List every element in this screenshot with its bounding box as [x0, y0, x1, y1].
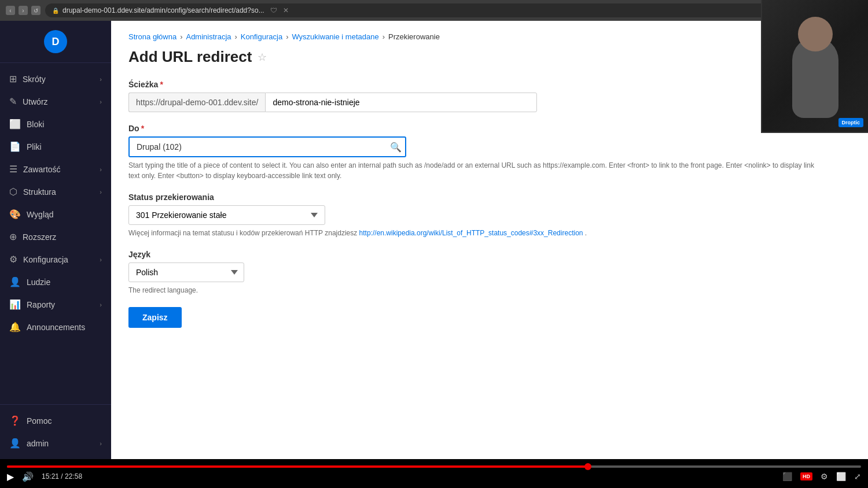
- sidebar-label-konfiguracja: Konfiguracja: [23, 255, 68, 264]
- breadcrumb-wyszukiwanie[interactable]: Wyszukiwanie i metadane: [292, 32, 378, 41]
- sidebar-label-skroty: Skróty: [23, 75, 46, 84]
- chevron-icon-raporty: ›: [100, 301, 102, 308]
- close-tab-icon[interactable]: ✕: [283, 6, 289, 14]
- announcements-icon: 🔔: [9, 321, 21, 332]
- sidebar-label-pomoc: Pomoc: [27, 416, 52, 426]
- zawartosc-icon: ☰: [9, 164, 17, 175]
- utworz-icon: ✎: [9, 96, 17, 107]
- sidebar-nav: ⊞ Skróty › ✎ Utwórz › ⬜ Bloki: [0, 63, 111, 404]
- breadcrumb-sep-1: ›: [180, 32, 182, 41]
- progress-filled: [7, 465, 588, 468]
- sidebar-label-bloki: Bloki: [27, 120, 44, 129]
- sidebar-item-pliki[interactable]: 📄 Pliki: [0, 135, 111, 158]
- progress-bar[interactable]: [7, 465, 861, 468]
- progress-dot: [584, 463, 591, 470]
- sidebar-item-announcements[interactable]: 🔔 Announcements: [0, 316, 111, 338]
- sidebar-item-rozszerz[interactable]: ⊕ Rozszerz: [0, 225, 111, 248]
- pomoc-icon: ❓: [9, 415, 21, 426]
- status-select-wrap: 301 Przekierowanie stałe 302 Przekierowa…: [128, 205, 325, 225]
- status-group: Status przekierowania 301 Przekierowanie…: [128, 193, 851, 238]
- jezyk-group: Język Polish English Language neutral Th…: [128, 250, 851, 295]
- breadcrumb-sep-4: ›: [382, 32, 385, 41]
- chevron-icon-skroty: ›: [100, 76, 102, 83]
- fullscreen-icon[interactable]: ⤢: [854, 472, 861, 481]
- lang-select-wrap: Polish English Language neutral: [128, 263, 244, 282]
- video-bar: ▶ 🔊 15:21 / 22:58 ⬛ HD ⚙ ⬜ ⤢: [0, 459, 868, 488]
- sidebar-label-admin: admin: [27, 439, 49, 448]
- do-search-button[interactable]: 🔍: [390, 142, 402, 153]
- sidebar-item-zawartosc[interactable]: ☰ Zawartość ›: [0, 158, 111, 180]
- breadcrumb-administracja[interactable]: Administracja: [186, 32, 231, 41]
- sidebar-item-ludzie[interactable]: 👤 Ludzie: [0, 271, 111, 293]
- breadcrumb-konfiguracja[interactable]: Konfiguracja: [241, 32, 282, 41]
- sidebar: D ⊞ Skróty › ✎ Utwórz › ⬜ Bloki: [0, 21, 111, 459]
- browser-bar: ‹ › ↺ 🔒 drupal-demo-001.ddev.site/admin/…: [0, 0, 868, 21]
- raporty-icon: 📊: [9, 299, 21, 310]
- subtitles-icon[interactable]: ⬛: [782, 472, 792, 481]
- sidebar-item-konfiguracja[interactable]: ⚙ Konfiguracja ›: [0, 248, 111, 271]
- video-time: 15:21 / 22:58: [42, 472, 82, 480]
- sidebar-bottom: ❓ Pomoc 👤 admin ›: [0, 404, 111, 459]
- sidebar-label-zawartosc: Zawartość: [23, 165, 61, 174]
- chevron-icon-struktura: ›: [100, 188, 102, 195]
- ludzie-icon: 👤: [9, 276, 21, 287]
- volume-button[interactable]: 🔊: [22, 471, 34, 482]
- breadcrumb-sep-3: ›: [286, 32, 288, 41]
- sidebar-item-utworz[interactable]: ✎ Utwórz ›: [0, 90, 111, 113]
- sidebar-label-announcements: Announcements: [27, 323, 85, 332]
- jezyk-help-text: The redirect language.: [128, 285, 823, 295]
- save-button[interactable]: Zapisz: [128, 307, 182, 328]
- status-help-prefix: Więcej informacji na temat statusu i kod…: [128, 229, 359, 237]
- sidebar-label-ludzie: Ludzie: [27, 278, 50, 287]
- breadcrumb-home[interactable]: Strona główna: [128, 32, 176, 41]
- sidebar-label-rozszerz: Rozszerz: [23, 232, 56, 242]
- rozszerz-icon: ⊕: [9, 231, 17, 242]
- video-controls: ▶ 🔊 15:21 / 22:58 ⬛ HD ⚙ ⬜ ⤢: [7, 471, 861, 482]
- shield-icon: 🛡: [270, 6, 277, 14]
- status-select[interactable]: 301 Przekierowanie stałe 302 Przekierowa…: [128, 205, 325, 225]
- browser-controls: ‹ › ↺: [6, 6, 41, 15]
- browser-back[interactable]: ‹: [6, 6, 15, 15]
- droptic-logo: Droptic: [838, 118, 864, 127]
- browser-refresh[interactable]: ↺: [31, 6, 41, 15]
- sidebar-item-pomoc[interactable]: ❓ Pomoc: [0, 409, 111, 432]
- jezyk-label: Język: [128, 250, 851, 259]
- sidebar-logo: D: [0, 21, 111, 63]
- sidebar-item-bloki[interactable]: ⬜ Bloki: [0, 113, 111, 135]
- breadcrumb-current: Przekierowanie: [388, 32, 440, 41]
- sidebar-label-raporty: Raporty: [27, 300, 55, 309]
- sidebar-label-pliki: Pliki: [27, 142, 42, 151]
- sidebar-item-wyglad[interactable]: 🎨 Wygląd: [0, 203, 111, 225]
- bloki-icon: ⬜: [9, 119, 21, 130]
- sidebar-item-skroty[interactable]: ⊞ Skróty ›: [0, 68, 111, 90]
- page-title: Add URL redirect: [128, 48, 252, 66]
- sidebar-item-admin[interactable]: 👤 admin ›: [0, 432, 111, 454]
- konfiguracja-icon: ⚙: [9, 254, 17, 265]
- status-help-link[interactable]: http://en.wikipedia.org/wiki/List_of_HTT…: [359, 229, 585, 237]
- chevron-icon-utworz: ›: [100, 98, 102, 105]
- struktura-icon: ⬡: [9, 186, 17, 197]
- do-input[interactable]: [128, 136, 406, 157]
- logo-circle[interactable]: D: [44, 30, 67, 53]
- skroty-icon: ⊞: [9, 73, 17, 84]
- favorite-star-icon[interactable]: ☆: [258, 51, 267, 64]
- theater-mode-icon[interactable]: ⬜: [836, 472, 846, 481]
- presenter-camera: Droptic: [761, 0, 868, 133]
- address-bar[interactable]: 🔒 drupal-demo-001.ddev.site/admin/config…: [45, 3, 790, 17]
- settings-icon[interactable]: ⚙: [821, 472, 828, 481]
- sidebar-item-struktura[interactable]: ⬡ Struktura ›: [0, 180, 111, 203]
- lang-select[interactable]: Polish English Language neutral: [128, 263, 244, 282]
- sidebar-item-raporty[interactable]: 📊 Raporty ›: [0, 293, 111, 316]
- do-required: *: [141, 124, 144, 133]
- play-button[interactable]: ▶: [7, 471, 14, 482]
- path-row: https://drupal-demo-001.ddev.site/: [128, 93, 851, 112]
- status-label: Status przekierowania: [128, 193, 851, 202]
- url-text: drupal-demo-001.ddev.site/admin/config/s…: [62, 6, 264, 14]
- status-help-text: Więcej informacji na temat statusu i kod…: [128, 228, 823, 238]
- sciezka-input[interactable]: [265, 93, 537, 112]
- breadcrumb-sep-2: ›: [235, 32, 237, 41]
- sidebar-label-utworz: Utwórz: [23, 97, 48, 106]
- do-input-wrap: 🔍: [128, 136, 406, 157]
- sciezka-required: *: [160, 80, 163, 89]
- browser-forward[interactable]: ›: [19, 6, 28, 15]
